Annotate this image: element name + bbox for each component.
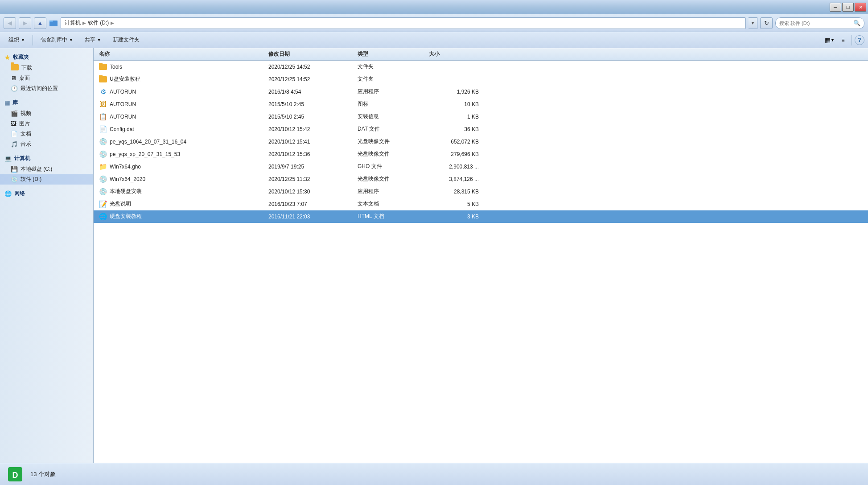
window-controls: ─ □ ✕: [830, 3, 866, 12]
address-bar: ◀ ▶ ▲ 计算机 ▶ 软件 (D:) ▶ ▼ ↻ 🔍: [0, 14, 868, 32]
file-size: 5 KB: [427, 201, 481, 207]
recent-icon: 🕐: [11, 85, 18, 92]
table-row[interactable]: U盘安装教程 2020/12/25 14:52 文件夹: [94, 73, 868, 86]
new-folder-label: 新建文件夹: [113, 36, 140, 44]
file-modified: 2020/10/12 15:36: [267, 151, 356, 157]
file-size: 10 KB: [427, 101, 481, 107]
details-view-button[interactable]: ≡: [837, 34, 849, 46]
organize-dropdown-icon: ▼: [21, 38, 25, 42]
table-row[interactable]: ⚙ AUTORUN 2016/1/8 4:54 应用程序 1,926 KB: [94, 86, 868, 98]
sidebar-item-documents[interactable]: 📄 文档: [0, 129, 93, 139]
file-type: HTML 文档: [356, 213, 427, 220]
file-size: 1,926 KB: [427, 89, 481, 95]
file-name: U盘安装教程: [110, 75, 140, 83]
forward-button[interactable]: ▶: [19, 17, 31, 29]
file-type-icon: 💿: [99, 138, 107, 146]
file-size: 3,874,126 ...: [427, 176, 481, 182]
file-modified: 2016/1/8 4:54: [267, 89, 356, 95]
sidebar-item-downloads[interactable]: 下载: [0, 63, 93, 73]
sidebar-network-header: 🌐 网络: [0, 188, 93, 199]
back-button[interactable]: ◀: [4, 17, 16, 29]
minimize-button[interactable]: ─: [830, 3, 841, 12]
include-dropdown-icon: ▼: [69, 38, 73, 42]
pictures-label: 图片: [19, 120, 30, 127]
table-row[interactable]: 🖼 AUTORUN 2015/5/10 2:45 图标 10 KB: [94, 98, 868, 111]
views-arrow: ▼: [831, 38, 835, 42]
favorites-star-icon: ★: [4, 54, 10, 61]
sidebar-item-pictures[interactable]: 🖼 图片: [0, 119, 93, 129]
table-row[interactable]: 💿 pe_yqs_1064_20_07_31_16_04 2020/10/12 …: [94, 136, 868, 148]
file-type-icon: ⚙: [99, 88, 107, 96]
svg-rect-1: [49, 21, 53, 22]
table-row[interactable]: 📄 Config.dat 2020/10/12 15:42 DAT 文件 36 …: [94, 123, 868, 136]
sidebar-item-desktop[interactable]: 🖥 桌面: [0, 73, 93, 83]
search-box[interactable]: 🔍: [775, 17, 864, 29]
sidebar-library-section: ▦ 库 🎬 视频 🖼 图片 📄 文档 🎵 音乐: [0, 97, 93, 149]
toolbar-sep1: [33, 35, 33, 45]
refresh-button[interactable]: ↻: [760, 17, 773, 29]
address-path[interactable]: 计算机 ▶ 软件 (D:) ▶: [61, 17, 746, 29]
col-size[interactable]: 大小: [427, 50, 481, 58]
file-size: 36 KB: [427, 126, 481, 132]
table-row[interactable]: 💿 Win7x64_2020 2020/12/25 11:32 光盘映像文件 3…: [94, 173, 868, 185]
sidebar-item-music[interactable]: 🎵 音乐: [0, 139, 93, 149]
file-name: pe_yqs_1064_20_07_31_16_04: [110, 139, 186, 145]
toolbar-right: ▦ ▼ ≡ ?: [824, 34, 864, 46]
organize-button[interactable]: 组织 ▼: [4, 34, 30, 46]
maximize-button[interactable]: □: [842, 3, 854, 12]
sidebar-computer-section: 💻 计算机 💾 本地磁盘 (C:) 💿 软件 (D:): [0, 153, 93, 185]
help-button[interactable]: ?: [855, 35, 864, 45]
path-sep1: ▶: [82, 21, 86, 25]
path-sep2: ▶: [111, 21, 114, 25]
file-name: Config.dat: [110, 126, 134, 132]
sidebar-network-section: 🌐 网络: [0, 188, 93, 199]
col-name[interactable]: 名称: [97, 50, 267, 58]
file-modified: 2019/9/7 19:25: [267, 164, 356, 170]
file-type-icon: 🖼: [99, 100, 107, 108]
table-row[interactable]: 📝 光盘说明 2016/10/23 7:07 文本文档 5 KB: [94, 198, 868, 210]
file-type: 文件夹: [356, 63, 427, 70]
sidebar-item-drive-d[interactable]: 💿 软件 (D:): [0, 174, 93, 185]
sidebar-item-drive-c[interactable]: 💾 本地磁盘 (C:): [0, 164, 93, 174]
table-row[interactable]: 💿 pe_yqs_xp_20_07_31_15_53 2020/10/12 15…: [94, 148, 868, 160]
svg-text:D: D: [12, 471, 18, 480]
views-dropdown-button[interactable]: ▦ ▼: [824, 34, 835, 46]
desktop-icon: 🖥: [11, 75, 16, 82]
path-dropdown-btn[interactable]: ▼: [749, 17, 757, 29]
file-modified: 2020/10/12 15:30: [267, 189, 356, 195]
file-name-cell: 💿 pe_yqs_xp_20_07_31_15_53: [97, 150, 267, 158]
table-row[interactable]: Tools 2020/12/25 14:52 文件夹: [94, 61, 868, 73]
sidebar-favorites-header: ★ 收藏夹: [0, 52, 93, 63]
table-row[interactable]: 📁 Win7x64.gho 2019/9/7 19:25 GHO 文件 2,90…: [94, 160, 868, 173]
up-button[interactable]: ▲: [34, 17, 46, 29]
table-row[interactable]: 📋 AUTORUN 2015/5/10 2:45 安装信息 1 KB: [94, 111, 868, 123]
col-type[interactable]: 类型: [356, 50, 427, 58]
table-row[interactable]: 🌐 硬盘安装教程 2016/11/21 22:03 HTML 文档 3 KB: [94, 210, 868, 223]
file-type: 文件夹: [356, 75, 427, 83]
sidebar-item-video[interactable]: 🎬 视频: [0, 108, 93, 119]
file-name-cell: 📄 Config.dat: [97, 125, 267, 133]
toolbar: 组织 ▼ 包含到库中 ▼ 共享 ▼ 新建文件夹 ▦ ▼ ≡ ?: [0, 32, 868, 48]
col-modified[interactable]: 修改日期: [267, 50, 356, 58]
drive-d-label: 软件 (D:): [21, 176, 41, 183]
file-size: 652,072 KB: [427, 139, 481, 145]
sidebar-item-recent[interactable]: 🕐 最近访问的位置: [0, 83, 93, 94]
path-drive: 软件 (D:): [88, 19, 109, 27]
status-app-icon: D: [7, 466, 23, 482]
documents-label: 文档: [21, 130, 31, 138]
file-name: AUTORUN: [110, 101, 136, 107]
table-row[interactable]: 💿 本地硬盘安装 2020/10/12 15:30 应用程序 28,315 KB: [94, 185, 868, 198]
computer-icon: 💻: [4, 155, 12, 162]
search-input[interactable]: [779, 21, 852, 26]
file-type-icon: [99, 75, 107, 83]
sidebar-computer-header: 💻 计算机: [0, 153, 93, 164]
file-name-cell: 📝 光盘说明: [97, 200, 267, 208]
close-button[interactable]: ✕: [855, 3, 866, 12]
file-type-icon: [99, 63, 107, 71]
share-button[interactable]: 共享 ▼: [80, 34, 106, 46]
drive-d-icon: 💿: [11, 176, 18, 183]
sidebar-favorites-section: ★ 收藏夹 下载 🖥 桌面 🕐 最近访问的位置: [0, 52, 93, 94]
library-icon: ▦: [4, 99, 10, 106]
new-folder-button[interactable]: 新建文件夹: [108, 34, 144, 46]
include-library-button[interactable]: 包含到库中 ▼: [36, 34, 78, 46]
